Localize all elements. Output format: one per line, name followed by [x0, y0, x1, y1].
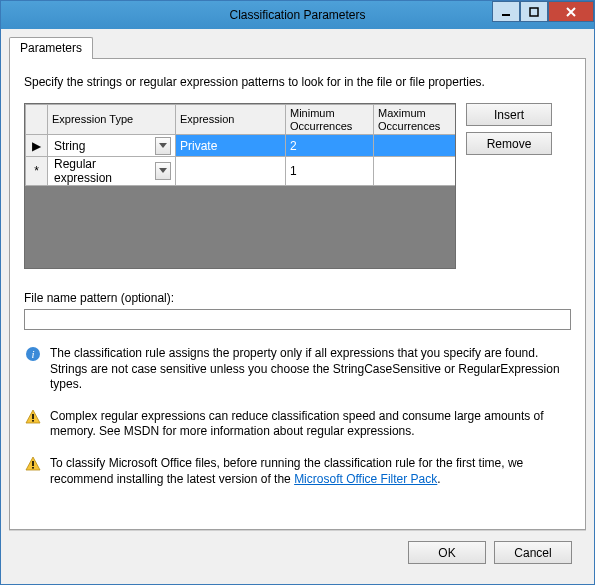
- cell-expression-type[interactable]: Regular expression: [48, 157, 176, 186]
- cell-expression-type[interactable]: String: [48, 135, 176, 157]
- info-note: i The classification rule assigns the pr…: [24, 346, 571, 393]
- maximize-button[interactable]: [520, 1, 548, 22]
- cell-max-occurrences[interactable]: [374, 135, 457, 157]
- expressions-grid[interactable]: Expression Type Expression Minimum Occur…: [24, 103, 456, 269]
- cell-expression[interactable]: Private: [176, 135, 286, 157]
- remove-button[interactable]: Remove: [466, 132, 552, 155]
- col-expression-type[interactable]: Expression Type: [48, 105, 176, 135]
- warning-icon: [24, 456, 42, 487]
- instruction-text: Specify the strings or regular expressio…: [24, 75, 571, 89]
- svg-rect-4: [32, 414, 34, 419]
- row-new-icon[interactable]: *: [26, 157, 48, 186]
- cancel-button[interactable]: Cancel: [494, 541, 572, 564]
- svg-rect-5: [32, 420, 34, 422]
- close-button[interactable]: [548, 1, 594, 22]
- minimize-button[interactable]: [492, 1, 520, 22]
- col-expression[interactable]: Expression: [176, 105, 286, 135]
- insert-button[interactable]: Insert: [466, 103, 552, 126]
- filename-pattern-label: File name pattern (optional):: [24, 291, 571, 305]
- window-controls: [492, 1, 594, 22]
- svg-rect-0: [502, 14, 510, 16]
- svg-rect-1: [530, 8, 538, 16]
- grid-side-buttons: Insert Remove: [466, 103, 552, 155]
- cell-min-occurrences[interactable]: 1: [286, 157, 374, 186]
- filename-pattern-input[interactable]: [24, 309, 571, 330]
- warning-icon: [24, 409, 42, 440]
- cell-min-occurrences[interactable]: 2: [286, 135, 374, 157]
- cell-max-occurrences[interactable]: [374, 157, 457, 186]
- warning-note-2: To classify Microsoft Office files, befo…: [24, 456, 571, 487]
- row-selector-icon[interactable]: ▶: [26, 135, 48, 157]
- info-note-text: The classification rule assigns the prop…: [50, 346, 571, 393]
- col-min-occurrences[interactable]: Minimum Occurrences: [286, 105, 374, 135]
- grid-area: Expression Type Expression Minimum Occur…: [24, 103, 571, 269]
- tabstrip: Parameters: [9, 37, 586, 59]
- info-icon: i: [24, 346, 42, 393]
- client-area: Parameters Specify the strings or regula…: [1, 29, 594, 584]
- warning-note-2-text: To classify Microsoft Office files, befo…: [50, 456, 571, 487]
- svg-rect-6: [32, 461, 34, 466]
- tab-parameters[interactable]: Parameters: [9, 37, 93, 59]
- warning-note-2-prefix: To classify Microsoft Office files, befo…: [50, 456, 523, 486]
- cell-value: Regular expression: [52, 157, 155, 185]
- window-frame: Classification Parameters Parameters Spe…: [0, 0, 595, 585]
- cell-expression[interactable]: [176, 157, 286, 186]
- ok-button[interactable]: OK: [408, 541, 486, 564]
- svg-rect-7: [32, 467, 34, 469]
- titlebar[interactable]: Classification Parameters: [1, 1, 594, 29]
- warning-note-2-suffix: .: [437, 472, 440, 486]
- cell-value: String: [52, 139, 155, 153]
- close-icon: [565, 7, 577, 17]
- dialog-footer: OK Cancel: [9, 530, 586, 574]
- maximize-icon: [529, 7, 539, 17]
- table-row[interactable]: * Regular expression: [26, 157, 457, 186]
- chevron-down-icon[interactable]: [155, 137, 171, 155]
- svg-text:i: i: [31, 348, 34, 360]
- filter-pack-link[interactable]: Microsoft Office Filter Pack: [294, 472, 437, 486]
- grid-corner: [26, 105, 48, 135]
- chevron-down-icon[interactable]: [155, 162, 171, 180]
- tab-panel-parameters: Specify the strings or regular expressio…: [9, 58, 586, 530]
- table-row[interactable]: ▶ String Private: [26, 135, 457, 157]
- warning-note-1-text: Complex regular expressions can reduce c…: [50, 409, 571, 440]
- warning-note-1: Complex regular expressions can reduce c…: [24, 409, 571, 440]
- minimize-icon: [501, 7, 511, 17]
- col-max-occurrences[interactable]: Maximum Occurrences: [374, 105, 457, 135]
